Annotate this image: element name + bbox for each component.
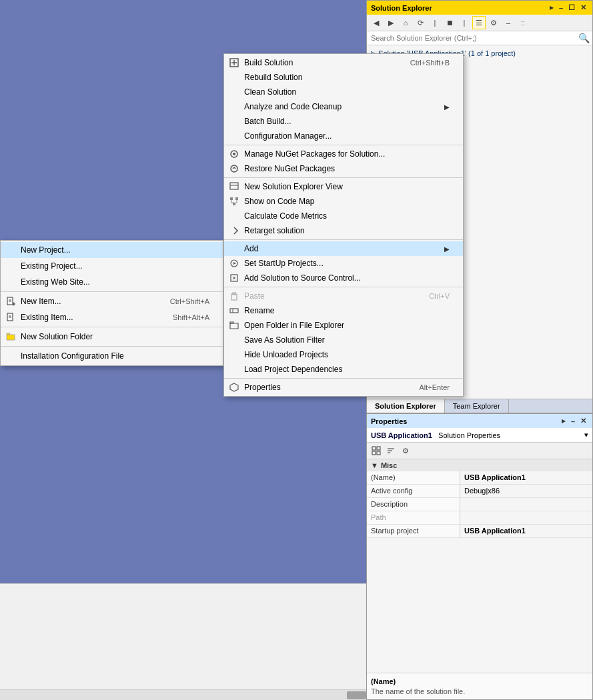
prop-grid-btn[interactable] bbox=[370, 444, 383, 457]
add-existing-website[interactable]: Existing Web Site... bbox=[1, 274, 223, 290]
add-new-solution-folder[interactable]: New Solution Folder bbox=[1, 329, 223, 345]
add-existing-project[interactable]: Existing Project... bbox=[1, 258, 223, 274]
menu-rename[interactable]: Rename bbox=[224, 303, 463, 318]
prop-val-name[interactable]: USB Application1 bbox=[460, 471, 592, 484]
add-new-project[interactable]: New Project... bbox=[1, 242, 223, 258]
prop-row-startup: Startup project USB Application1 bbox=[367, 525, 592, 538]
maximize-icon[interactable]: ☐ bbox=[566, 3, 577, 13]
separator-paste bbox=[224, 287, 463, 287]
svg-rect-6 bbox=[230, 183, 238, 189]
tab-bar: Solution Explorer Team Explorer bbox=[367, 399, 592, 413]
properties-titlebar: Properties ▸ – ✕ bbox=[367, 414, 592, 428]
new-folder-icon bbox=[4, 332, 17, 341]
menu-build-solution[interactable]: Build Solution Ctrl+Shift+B bbox=[224, 55, 463, 70]
prop-row-name: (Name) USB Application1 bbox=[367, 471, 592, 485]
forward-btn[interactable]: ▶ bbox=[384, 16, 398, 29]
menu-clean-solution[interactable]: Clean Solution bbox=[224, 85, 463, 99]
prop-table: ▼ Misc (Name) USB Application1 Active co… bbox=[367, 459, 592, 673]
prop-footer: (Name) The name of the solution file. bbox=[367, 673, 592, 699]
minimize-icon[interactable]: – bbox=[557, 3, 565, 13]
tab-team-explorer[interactable]: Team Explorer bbox=[445, 399, 509, 413]
menu-calc-metrics[interactable]: Calculate Code Metrics bbox=[224, 209, 463, 223]
stop-btn[interactable]: ⏹ bbox=[443, 16, 456, 29]
horizontal-scrollbar[interactable] bbox=[0, 689, 366, 700]
codemap-icon bbox=[227, 197, 241, 206]
prop-title-controls: ▸ – ✕ bbox=[560, 416, 588, 426]
bottom-area bbox=[0, 583, 366, 700]
prop-key-startup: Startup project bbox=[367, 525, 460, 537]
add-installation-config[interactable]: Installation Configuration File bbox=[1, 348, 223, 364]
search-icon[interactable]: 🔍 bbox=[578, 33, 590, 43]
prop-dropdown-arrow[interactable]: ▾ bbox=[584, 431, 588, 439]
refresh-btn[interactable]: ⟳ bbox=[414, 16, 427, 29]
prop-minimize-icon[interactable]: – bbox=[569, 417, 577, 426]
settings-btn[interactable]: :: bbox=[516, 16, 530, 29]
menu-analyze-cleanup[interactable]: Analyze and Code Cleanup ▶ bbox=[224, 99, 463, 114]
menu-hide-unloaded[interactable]: Hide Unloaded Projects bbox=[224, 347, 463, 362]
menu-retarget[interactable]: Retarget solution bbox=[224, 223, 463, 238]
prop-row-path: Path bbox=[367, 511, 592, 525]
menu-load-project-deps[interactable]: Load Project Dependencies bbox=[224, 362, 463, 377]
prop-key-name: (Name) bbox=[367, 471, 460, 484]
menu-show-code-map[interactable]: Show on Code Map bbox=[224, 194, 463, 209]
prop-close-icon[interactable]: ✕ bbox=[578, 416, 588, 426]
scrollbar-thumb[interactable] bbox=[347, 691, 366, 699]
section-collapse-icon[interactable]: ▼ bbox=[371, 461, 378, 469]
show-all-btn[interactable]: ☰ bbox=[472, 16, 486, 29]
prop-val-startup[interactable]: USB Application1 bbox=[460, 525, 592, 537]
menu-new-solution-view[interactable]: New Solution Explorer View bbox=[224, 179, 463, 194]
menu-save-solution-filter[interactable]: Save As Solution Filter bbox=[224, 333, 463, 347]
prop-key-path: Path bbox=[367, 511, 460, 524]
prop-row-activeconfig: Active config Debug|x86 bbox=[367, 485, 592, 498]
separator-nuget bbox=[224, 145, 463, 145]
svg-rect-20 bbox=[230, 309, 238, 313]
back-btn[interactable]: ◀ bbox=[370, 16, 383, 29]
source-control-icon bbox=[227, 273, 241, 283]
home-btn[interactable]: ⌂ bbox=[399, 16, 412, 29]
prop-val-description[interactable] bbox=[460, 498, 592, 511]
svg-rect-31 bbox=[372, 451, 376, 455]
gear-btn[interactable]: – bbox=[502, 16, 515, 29]
build-solution-icon bbox=[227, 58, 241, 67]
solution-explorer-toolbar: ◀ ▶ ⌂ ⟳ | ⏹ | ☰ ⚙ – :: bbox=[367, 15, 592, 31]
menu-manage-nuget[interactable]: Manage NuGet Packages for Solution... bbox=[224, 147, 463, 161]
svg-rect-32 bbox=[377, 451, 380, 455]
prop-sort-btn[interactable] bbox=[384, 444, 398, 457]
tab-solution-explorer[interactable]: Solution Explorer bbox=[367, 399, 445, 413]
filter-btn[interactable]: ⚙ bbox=[487, 16, 500, 29]
paste-icon bbox=[227, 291, 241, 301]
menu-restore-nuget[interactable]: Restore NuGet Packages bbox=[224, 161, 463, 176]
prop-val-path[interactable] bbox=[460, 511, 592, 524]
menu-rebuild-solution[interactable]: Rebuild Solution bbox=[224, 70, 463, 85]
svg-rect-30 bbox=[377, 447, 380, 450]
title-controls: ▸ – ☐ ✕ bbox=[548, 3, 588, 13]
menu-batch-build[interactable]: Batch Build... bbox=[224, 114, 463, 129]
pin-icon[interactable]: ▸ bbox=[548, 3, 556, 13]
menu-set-startup[interactable]: Set StartUp Projects... bbox=[224, 256, 463, 271]
menu-add-source-control[interactable]: Add Solution to Source Control... bbox=[224, 271, 463, 285]
close-icon[interactable]: ✕ bbox=[578, 3, 588, 13]
add-sep2 bbox=[1, 327, 223, 327]
menu-config-manager[interactable]: Configuration Manager... bbox=[224, 129, 463, 143]
add-new-item[interactable]: New Item... Ctrl+Shift+A bbox=[1, 293, 223, 309]
menu-properties[interactable]: Properties Alt+Enter bbox=[224, 380, 463, 395]
svg-rect-29 bbox=[372, 447, 376, 450]
svg-point-4 bbox=[233, 153, 235, 155]
search-row: 🔍 bbox=[367, 31, 592, 45]
svg-rect-10 bbox=[233, 203, 235, 205]
prop-footer-description: The name of the solution file. bbox=[371, 687, 588, 695]
properties-panel: Properties ▸ – ✕ USB Application1 Soluti… bbox=[366, 413, 593, 700]
separator1: | bbox=[428, 16, 442, 29]
prop-pin-icon[interactable]: ▸ bbox=[560, 416, 568, 426]
prop-gear-btn[interactable]: ⚙ bbox=[399, 444, 412, 457]
prop-val-activeconfig[interactable]: Debug|x86 bbox=[460, 485, 592, 497]
add-existing-item[interactable]: Existing Item... Shift+Alt+A bbox=[1, 309, 223, 325]
menu-add[interactable]: Add ▶ bbox=[224, 241, 463, 256]
startup-icon bbox=[227, 259, 241, 268]
add-sep3 bbox=[1, 346, 223, 347]
search-input[interactable] bbox=[370, 33, 578, 43]
properties-icon bbox=[227, 383, 241, 392]
menu-open-file-explorer[interactable]: Open Folder in File Explorer bbox=[224, 318, 463, 333]
retarget-icon bbox=[227, 226, 241, 235]
separator-props bbox=[224, 378, 463, 379]
